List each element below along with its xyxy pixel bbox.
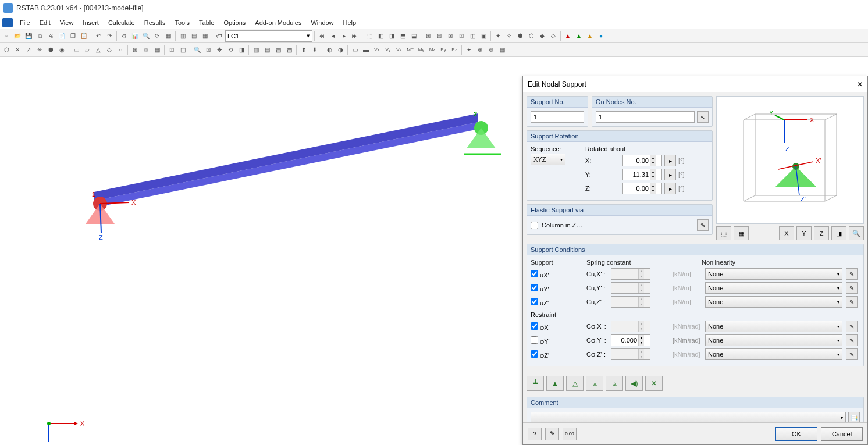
rot-z-input[interactable]: ▴▾ xyxy=(622,183,662,194)
restraint-spring-input[interactable]: ▴▾ xyxy=(611,334,650,346)
tb-h[interactable]: ⊠ xyxy=(445,31,456,41)
preview-zoom-icon[interactable]: 🔍 xyxy=(849,226,864,240)
restraint-nonlin-edit-icon[interactable]: ✎ xyxy=(846,321,858,332)
tb-t[interactable]: ▲ xyxy=(585,31,595,41)
tb-a[interactable]: ⬚ xyxy=(364,31,375,41)
tb-s[interactable]: ▲ xyxy=(574,31,584,41)
t2-j[interactable]: ◇ xyxy=(104,45,115,55)
t2-10[interactable]: ⊕ xyxy=(475,45,485,55)
t2-r[interactable]: ▤ xyxy=(262,45,272,55)
t2-g[interactable]: ▭ xyxy=(71,45,81,55)
t2-3[interactable]: Vz xyxy=(394,45,404,55)
close-icon[interactable]: ✕ xyxy=(857,80,863,88)
comment-combo[interactable]: ▾ xyxy=(531,412,846,423)
t2-x[interactable]: ◑ xyxy=(335,45,346,55)
t2-a[interactable]: ⬡ xyxy=(1,45,12,55)
t2-11[interactable]: ⊖ xyxy=(486,45,496,55)
t2-p[interactable]: ◫ xyxy=(177,45,188,55)
t2-f[interactable]: ◉ xyxy=(56,45,67,55)
t2-i[interactable]: △ xyxy=(93,45,104,55)
comment-lib-icon[interactable]: 📑 xyxy=(848,412,860,423)
t2-2[interactable]: Vy xyxy=(383,45,393,55)
support-nonlin-combo[interactable]: None▾ xyxy=(705,282,842,294)
tb-i[interactable]: ⊡ xyxy=(456,31,467,41)
menu-addons[interactable]: Add-on Modules xyxy=(250,18,306,27)
t2-m[interactable]: ⎅ xyxy=(141,45,151,55)
report-icon[interactable]: 📄 xyxy=(56,31,67,41)
preset-roller-icon[interactable]: △ xyxy=(566,376,584,391)
support-nonlin-edit-icon[interactable]: ✎ xyxy=(846,282,858,294)
preset-rollery-icon[interactable]: ⟁ xyxy=(606,376,623,391)
rot-y-pick-icon[interactable]: ▸ xyxy=(664,169,676,180)
support-nonlin-combo[interactable]: None▾ xyxy=(705,296,842,308)
iso-icon[interactable]: ◨ xyxy=(236,45,247,55)
preview-y-icon[interactable]: Y xyxy=(796,226,812,240)
restraint-nonlin-edit-icon[interactable]: ✎ xyxy=(846,334,858,346)
rot-x-input[interactable]: ▴▾ xyxy=(622,155,662,166)
zoom-extents-icon[interactable]: 🔍 xyxy=(192,45,202,55)
zoom-window-icon[interactable]: ⊡ xyxy=(203,45,214,55)
cancel-button[interactable]: Cancel xyxy=(821,427,863,441)
lc-first-icon[interactable]: ⏮ xyxy=(316,31,327,41)
support-check[interactable] xyxy=(531,284,538,291)
help-icon[interactable]: ? xyxy=(528,428,542,440)
restraint-check[interactable] xyxy=(531,322,538,330)
t2-4[interactable]: MT xyxy=(405,45,415,55)
t2-12[interactable]: ▦ xyxy=(497,45,507,55)
support-check[interactable] xyxy=(531,298,538,305)
save-icon[interactable]: 💾 xyxy=(23,31,34,41)
preview-iso-icon[interactable]: ⬚ xyxy=(716,226,731,240)
rot-z-pick-icon[interactable]: ▸ xyxy=(664,183,676,194)
preview-x-icon[interactable]: X xyxy=(779,226,794,240)
t2-e[interactable]: ⬢ xyxy=(45,45,56,55)
restraint-nonlin-combo[interactable]: None▾ xyxy=(705,334,842,346)
t2-w[interactable]: ◐ xyxy=(324,45,335,55)
menu-insert[interactable]: Insert xyxy=(78,18,104,27)
restraint-check[interactable] xyxy=(531,350,538,358)
restraint-nonlin-combo[interactable]: None▾ xyxy=(705,348,842,360)
open-icon[interactable]: 📂 xyxy=(12,31,23,41)
dialog-titlebar[interactable]: Edit Nodal Support ✕ xyxy=(523,76,867,92)
restraint-check[interactable] xyxy=(531,336,538,344)
t2-l[interactable]: ⊞ xyxy=(130,45,140,55)
tb-c[interactable]: ◨ xyxy=(386,31,397,41)
on-nodes-input[interactable] xyxy=(596,111,695,123)
view3-icon[interactable]: ▦ xyxy=(200,31,210,41)
tb-f[interactable]: ⊞ xyxy=(423,31,433,41)
menu-help[interactable]: Help xyxy=(339,18,361,27)
tb-k[interactable]: ▣ xyxy=(478,31,489,41)
view2-icon[interactable]: ▤ xyxy=(188,31,199,41)
menu-view[interactable]: View xyxy=(55,18,79,27)
t2-q[interactable]: ▥ xyxy=(251,45,261,55)
tb-d[interactable]: ⬒ xyxy=(397,31,408,41)
view1-icon[interactable]: ▥ xyxy=(177,31,188,41)
t2-z[interactable]: ▬ xyxy=(361,45,371,55)
t2-t[interactable]: ▨ xyxy=(284,45,294,55)
grid-icon[interactable]: ▦ xyxy=(163,31,173,41)
support-nonlin-edit-icon[interactable]: ✎ xyxy=(846,296,858,308)
tb-g[interactable]: ⊟ xyxy=(434,31,444,41)
tb-n[interactable]: ⬢ xyxy=(515,31,525,41)
ok-button[interactable]: OK xyxy=(775,427,817,441)
units-icon[interactable]: 0.00 xyxy=(563,428,577,440)
rot-y-input[interactable]: ▴▾ xyxy=(622,169,662,180)
tb-q[interactable]: ◇ xyxy=(548,31,558,41)
print-icon[interactable]: 🖨 xyxy=(45,31,56,41)
column-z-edit-icon[interactable]: ✎ xyxy=(697,219,709,231)
t2-k[interactable]: ○ xyxy=(115,45,126,55)
preset-free-icon[interactable]: ✕ xyxy=(645,376,663,391)
menu-file[interactable]: File xyxy=(15,18,35,27)
redo-icon[interactable]: ↷ xyxy=(104,31,115,41)
support-no-input[interactable] xyxy=(531,111,584,123)
tb-l[interactable]: ✦ xyxy=(493,31,503,41)
preset-hinged-icon[interactable]: ┷ xyxy=(527,376,544,391)
t2-9[interactable]: ✦ xyxy=(464,45,474,55)
t2-y[interactable]: ▭ xyxy=(350,45,360,55)
t2-d[interactable]: ✳ xyxy=(34,45,45,55)
pan-icon[interactable]: ✥ xyxy=(214,45,225,55)
paste-icon[interactable]: 📋 xyxy=(79,31,89,41)
t2-7[interactable]: Py xyxy=(438,45,449,55)
rotate-icon[interactable]: ⟲ xyxy=(225,45,236,55)
t2-6[interactable]: Mz xyxy=(427,45,437,55)
tb-m[interactable]: ✧ xyxy=(504,31,514,41)
